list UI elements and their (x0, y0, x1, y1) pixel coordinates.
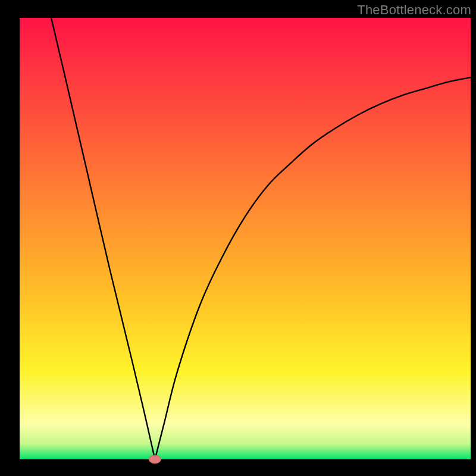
minimum-marker (149, 455, 161, 464)
gradient-plot-area (20, 18, 471, 459)
chart-container: TheBottleneck.com (0, 0, 476, 476)
watermark: TheBottleneck.com (357, 2, 471, 18)
bottleneck-chart (0, 0, 476, 476)
